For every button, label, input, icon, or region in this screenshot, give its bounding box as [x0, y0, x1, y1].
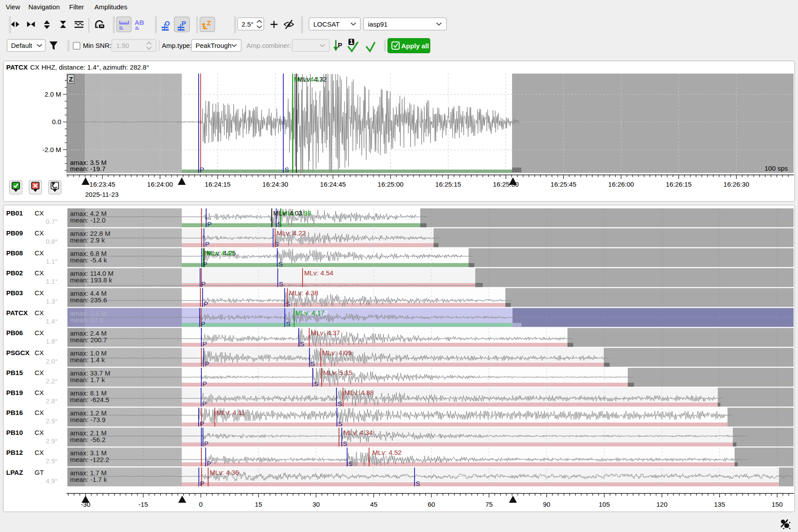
svg-text:mean: -122.2: mean: -122.2: [70, 456, 109, 463]
svg-text:MLv: 4.17: MLv: 4.17: [295, 309, 325, 317]
svg-text:S: S: [338, 420, 343, 427]
svg-text:P: P: [205, 360, 209, 368]
svg-text:S: S: [300, 340, 305, 348]
svg-text:CX: CX: [35, 209, 44, 217]
svg-text:P: P: [202, 400, 207, 407]
svg-text:P: P: [200, 420, 204, 427]
svg-text:P: P: [201, 280, 206, 288]
svg-text:MLv: 4.11: MLv: 4.11: [216, 409, 245, 416]
svg-text:CX: CX: [35, 369, 44, 376]
svg-text:PSGCX: PSGCX: [6, 349, 30, 356]
svg-text:PeakTrough: PeakTrough: [196, 42, 231, 49]
svg-text:P: P: [204, 300, 208, 308]
svg-text:mean: 1.7 k: mean: 1.7 k: [70, 376, 105, 383]
svg-text:2.8°: 2.8°: [46, 397, 58, 405]
svg-text:S: S: [286, 300, 290, 308]
svg-text:16:24:45: 16:24:45: [320, 180, 346, 188]
svg-text:P: P: [182, 20, 186, 27]
svg-text:mean: -624.5: mean: -624.5: [70, 396, 109, 403]
svg-text:P: P: [200, 480, 204, 487]
svg-text:P: P: [203, 340, 207, 348]
svg-text:Min SNR:: Min SNR:: [83, 42, 111, 49]
svg-text:Navigation: Navigation: [28, 3, 60, 11]
svg-text:16:24:15: 16:24:15: [205, 180, 231, 188]
svg-text:4.9°: 4.9°: [46, 477, 58, 485]
svg-text:PB12: PB12: [6, 449, 23, 456]
svg-text:P: P: [338, 41, 342, 49]
svg-text:P: P: [207, 460, 211, 467]
svg-text:PATCX: PATCX: [6, 309, 28, 317]
svg-text:PB09: PB09: [6, 229, 23, 237]
svg-text:PB10: PB10: [6, 429, 23, 436]
svg-text:16:26:30: 16:26:30: [724, 180, 749, 188]
svg-text:MLv: 4.88: MLv: 4.88: [344, 389, 374, 396]
svg-text:iasp91: iasp91: [368, 20, 387, 28]
svg-text:16:25:15: 16:25:15: [435, 180, 461, 188]
svg-text:LOCSAT: LOCSAT: [313, 20, 340, 28]
svg-text:CX: CX: [35, 309, 44, 317]
svg-text:PB02: PB02: [6, 269, 23, 277]
svg-text:MLv: 4.38: MLv: 4.38: [289, 289, 318, 297]
svg-text:2025-11-23: 2025-11-23: [85, 191, 119, 198]
svg-text:PB01: PB01: [6, 209, 23, 217]
svg-text:mean: 235.6: mean: 235.6: [70, 296, 107, 304]
svg-text:CX: CX: [35, 229, 44, 237]
svg-text:Z: Z: [207, 19, 211, 27]
svg-text:60: 60: [428, 501, 435, 508]
svg-text:S: S: [348, 460, 353, 467]
svg-text:Amp.type:: Amp.type:: [162, 42, 192, 49]
svg-text:90: 90: [543, 501, 551, 508]
svg-text:45: 45: [370, 501, 378, 508]
svg-text:CX: CX: [35, 249, 44, 257]
svg-text:mean: 1.4 k: mean: 1.4 k: [70, 356, 105, 364]
svg-text:S: S: [278, 220, 282, 228]
svg-text:CX: CX: [35, 429, 44, 436]
svg-text:Apply all: Apply all: [401, 42, 429, 50]
svg-text:0.0: 0.0: [52, 118, 61, 125]
svg-text:-15: -15: [138, 501, 148, 508]
svg-text:0.8°: 0.8°: [46, 238, 58, 245]
svg-text:15: 15: [255, 501, 262, 508]
svg-text:MLv: 4.52: MLv: 4.52: [372, 449, 402, 456]
svg-text:CX: CX: [35, 409, 44, 416]
svg-text:2.9°: 2.9°: [46, 437, 58, 445]
svg-text:16:23:45: 16:23:45: [90, 180, 115, 188]
svg-text:mean: 2.9 k: mean: 2.9 k: [70, 236, 105, 244]
svg-text:PB03: PB03: [6, 289, 23, 297]
svg-text:PB16: PB16: [6, 409, 23, 416]
svg-text:MLv: 4.34: MLv: 4.34: [344, 429, 373, 436]
svg-text:1.50: 1.50: [116, 42, 129, 49]
svg-text:1.1°: 1.1°: [46, 278, 58, 285]
svg-text:105: 105: [598, 501, 610, 508]
svg-text:16:26:15: 16:26:15: [666, 180, 692, 188]
svg-text:2.9°: 2.9°: [46, 457, 58, 465]
svg-text:P: P: [200, 166, 204, 173]
svg-text:16:25:00: 16:25:00: [378, 180, 403, 188]
svg-text:mean: 193.8 k: mean: 193.8 k: [70, 276, 113, 284]
svg-text:PATCX: PATCX: [6, 63, 28, 71]
svg-text:2.0 M: 2.0 M: [44, 90, 61, 98]
svg-text:2.2°: 2.2°: [46, 377, 58, 385]
svg-text:P: P: [203, 380, 207, 387]
svg-text:mean: -19.7: mean: -19.7: [70, 165, 106, 172]
svg-text:mean: 200.7: mean: 200.7: [70, 336, 107, 344]
svg-text:1.1°: 1.1°: [46, 258, 58, 265]
svg-text:150: 150: [771, 501, 782, 508]
svg-text:MLv: 4.22: MLv: 4.22: [277, 229, 306, 237]
svg-text:AB: AB: [135, 19, 145, 26]
svg-text:MLv: 4.37: MLv: 4.37: [311, 329, 340, 336]
svg-text:mean: -1.7 k: mean: -1.7 k: [70, 476, 107, 483]
svg-text:1: 1: [349, 38, 353, 45]
svg-text:PB15: PB15: [6, 369, 23, 376]
svg-text:30: 30: [313, 501, 320, 508]
svg-text:HHZ, distance: 1.4°, azimuth:: HHZ, distance: 1.4°, azimuth: 282.8°: [42, 63, 149, 71]
svg-text:PB19: PB19: [6, 389, 23, 396]
svg-text:16:25:45: 16:25:45: [551, 180, 576, 188]
svg-text:CX: CX: [35, 449, 44, 456]
svg-text:O: O: [165, 20, 170, 27]
svg-text:S: S: [278, 260, 283, 268]
svg-text:LPAZ: LPAZ: [6, 469, 23, 476]
svg-text:CX: CX: [35, 349, 44, 356]
svg-text:MLv: 5.15: MLv: 5.15: [323, 369, 352, 376]
svg-text:S: S: [314, 380, 318, 387]
